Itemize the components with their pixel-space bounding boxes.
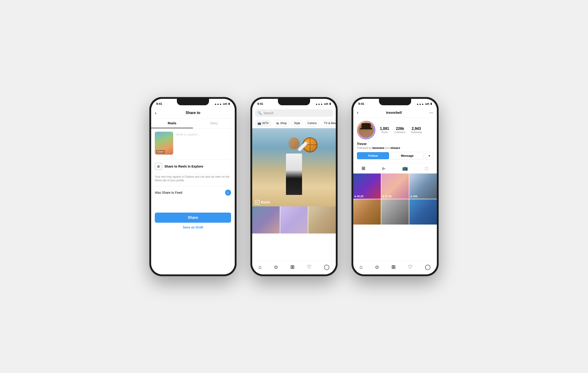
category-shop[interactable]: 🛍 Shop	[273, 120, 289, 127]
home-icon-2[interactable]: ⌂	[258, 264, 261, 270]
category-comics[interactable]: Comics	[305, 120, 319, 127]
battery-icon-3: ▮	[430, 102, 432, 105]
category-igtv[interactable]: 📺 IGTV	[255, 120, 271, 127]
status-time-2: 9:41	[257, 102, 263, 106]
play-icon-2: ▶	[383, 195, 384, 197]
signal-icon-3: ▲▲▲	[416, 103, 424, 105]
style-label: Style	[294, 122, 300, 125]
status-icons-2: ▲▲▲ wifi ▮	[315, 102, 331, 105]
category-tv[interactable]: TV & Movie	[322, 120, 336, 127]
phone-2: 9:41 ▲▲▲ wifi ▮ 🔍 Search 📺 IGTV	[250, 97, 338, 276]
p1-content: Cover Write a caption... ⊞ Share to Reel…	[151, 128, 235, 233]
grid-count-2: ▶ 37.3K	[383, 195, 392, 198]
profile-grid-item-2[interactable]: ▶ 37.3K	[381, 173, 409, 199]
home-icon-3[interactable]: ⌂	[359, 264, 362, 270]
phone-1: 9:41 ▲▲▲ wifi ▮ ‹ Share to Reels Story	[149, 97, 237, 276]
battery-icon-2: ▮	[329, 102, 331, 105]
profile-grid: ▶ 30.2K ▶ 37.3K ▶ 45K	[353, 173, 437, 224]
caption-input[interactable]: Write a caption...	[176, 132, 231, 136]
feed-row[interactable]: Also Share to Feed ✓	[155, 186, 231, 199]
grid-item-1[interactable]	[252, 206, 280, 234]
nav-bar-1: ‹ Share to	[151, 107, 235, 118]
screen-2: 🔍 Search 📺 IGTV 🛍 Shop Style	[252, 107, 336, 274]
signal-icon: ▲▲▲	[214, 103, 222, 105]
profile-icon-2[interactable]: ◯	[324, 264, 330, 270]
wifi-icon-3: wifi	[425, 103, 429, 105]
add-icon-3[interactable]: ⊞	[391, 264, 396, 270]
followers-label: Followers	[395, 131, 405, 134]
profile-grid-item-6[interactable]	[409, 199, 437, 224]
heart-icon-3[interactable]: ♡	[408, 264, 412, 270]
tagged-tab[interactable]: ◻	[425, 165, 429, 171]
avatar-image	[358, 122, 374, 138]
status-icons-1: ▲▲▲ wifi ▮	[214, 102, 230, 105]
category-style[interactable]: Style	[292, 120, 303, 127]
profile-top: 1,081 Posts 226k Followers 2,943 Followi…	[357, 121, 433, 139]
grid-item-3[interactable]	[308, 206, 336, 234]
video-thumbnail: Cover	[155, 132, 173, 155]
reels-text: Reels	[261, 200, 270, 204]
shop-label: Shop	[280, 122, 287, 125]
following-label: Following	[411, 131, 421, 134]
media-caption-row: Cover Write a caption...	[155, 132, 231, 155]
grid-item-2[interactable]	[280, 206, 308, 234]
comics-label: Comics	[307, 122, 317, 125]
video-background	[252, 128, 336, 206]
action-buttons: Follow Message ▾	[357, 152, 433, 160]
person-figure	[273, 135, 315, 195]
profile-icon-3[interactable]: ◯	[425, 264, 431, 270]
bottom-nav-3: ⌂ ⊙ ⊞ ♡ ◯	[353, 261, 437, 274]
profile-grid-item-3[interactable]: ▶ 45K	[409, 173, 437, 199]
grid-count-1: ▶ 30.2K	[355, 195, 364, 198]
feed-checkbox[interactable]: ✓	[225, 190, 231, 196]
back-button-3[interactable]: ‹	[357, 110, 358, 115]
draft-button[interactable]: Save as Draft	[155, 225, 231, 229]
tv-label: TV & Movie	[324, 122, 336, 125]
igtv-icon: 📺	[257, 122, 261, 125]
message-button[interactable]: Message	[391, 152, 424, 160]
avatar-ring	[357, 121, 375, 139]
notch-3	[379, 99, 411, 105]
shop-icon: 🛍	[276, 122, 279, 125]
back-button-1[interactable]: ‹	[155, 110, 157, 116]
bottom-nav-2: ⌂ ⊙ ⊞ ♡ ◯	[252, 261, 336, 274]
phone-3: 9:41 ▲▲▲ wifi ▮ ‹ trevorbell ···	[351, 97, 439, 276]
dropdown-button[interactable]: ▾	[425, 152, 433, 160]
body	[286, 153, 302, 195]
search-nav-icon-2[interactable]: ⊙	[274, 264, 278, 270]
reels-tab[interactable]: ▶	[382, 165, 386, 171]
follower-2[interactable]: eloears	[390, 146, 400, 149]
search-placeholder: Search	[263, 111, 273, 115]
profile-grid-item-5[interactable]	[381, 199, 409, 224]
search-bar[interactable]: 🔍 Search	[255, 109, 333, 117]
profile-grid-item-1[interactable]: ▶ 30.2K	[353, 173, 381, 199]
profile-header: ‹ trevorbell ···	[353, 107, 437, 118]
followed-by: Followed by kenzoere and eloears	[357, 146, 433, 149]
add-icon-2[interactable]: ⊞	[290, 264, 294, 270]
heart-icon-2[interactable]: ♡	[307, 264, 311, 270]
following-count: 2,943	[411, 127, 421, 131]
tab-reels[interactable]: Reels	[151, 118, 193, 128]
more-button[interactable]: ···	[429, 110, 433, 115]
follower-1[interactable]: kenzoere	[372, 146, 384, 149]
battery-icon: ▮	[228, 102, 230, 105]
following-stat: 2,943 Following	[411, 127, 421, 134]
status-time-1: 9:41	[156, 102, 162, 106]
count-2: 37.3K	[385, 195, 392, 198]
signal-icon-2: ▲▲▲	[315, 103, 323, 105]
grid-tab[interactable]: ⊞	[362, 165, 366, 171]
explore-subtext: Your reel may appear in Explore and can …	[155, 175, 231, 183]
tab-story[interactable]: Story	[193, 118, 235, 128]
profile-grid-item-4[interactable]	[353, 199, 381, 224]
main-video: ▶ Reels	[252, 128, 336, 206]
follow-button[interactable]: Follow	[357, 152, 389, 159]
share-button[interactable]: Share	[155, 213, 231, 223]
scene: 9:41 ▲▲▲ wifi ▮ ‹ Share to Reels Story	[131, 79, 457, 295]
wifi-icon: wifi	[223, 103, 227, 105]
notch-2	[278, 99, 310, 105]
igtv-tab[interactable]: 📺	[402, 165, 408, 171]
username-header: trevorbell	[386, 111, 402, 115]
search-nav-icon-3[interactable]: ⊙	[375, 264, 379, 270]
profile-stats: 1,081 Posts 226k Followers 2,943 Followi…	[380, 127, 422, 134]
head	[288, 138, 300, 149]
